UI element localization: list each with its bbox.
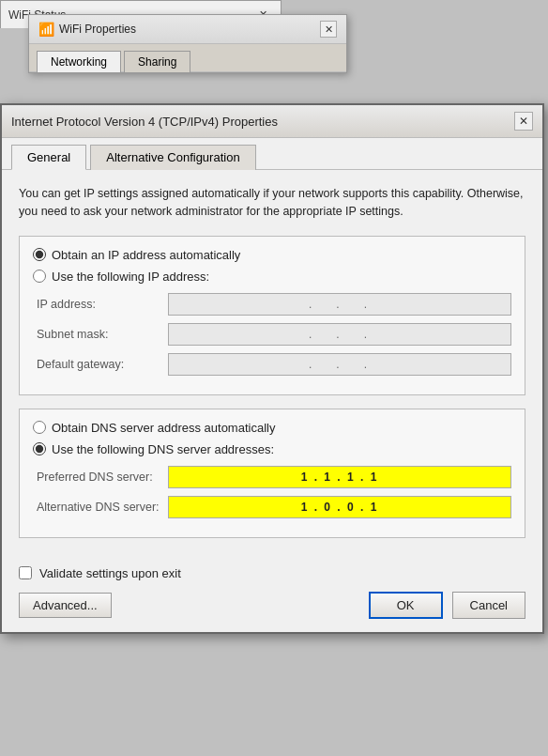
tcp-titlebar: Internet Protocol Version 4 (TCP/IPv4) P… bbox=[2, 105, 542, 138]
bottom-buttons: Advanced... OK Cancel bbox=[2, 584, 542, 632]
ok-cancel-group: OK Cancel bbox=[369, 592, 525, 619]
validate-row: Validate settings upon exit bbox=[2, 566, 542, 584]
wifi-tab-networking[interactable]: Networking bbox=[37, 51, 121, 72]
default-gateway-label: Default gateway: bbox=[37, 358, 168, 371]
validate-label: Validate settings upon exit bbox=[39, 566, 181, 580]
preferred-dns-label: Preferred DNS server: bbox=[37, 471, 168, 484]
wifi-props-tabs: Networking Sharing bbox=[29, 44, 346, 72]
ip-address-section: Obtain an IP address automatically Use t… bbox=[19, 236, 525, 395]
ok-button[interactable]: OK bbox=[369, 592, 443, 619]
cancel-button[interactable]: Cancel bbox=[452, 592, 525, 619]
tcp-title: Internet Protocol Version 4 (TCP/IPv4) P… bbox=[11, 115, 278, 129]
ip-address-input[interactable] bbox=[168, 293, 511, 316]
dns-fields: Preferred DNS server: Alternative DNS se… bbox=[33, 466, 511, 518]
preferred-dns-row: Preferred DNS server: bbox=[37, 466, 511, 488]
preferred-dns-input[interactable] bbox=[168, 466, 511, 488]
description-text: You can get IP settings assigned automat… bbox=[19, 185, 525, 221]
tab-alternative-configuration[interactable]: Alternative Configuration bbox=[90, 145, 255, 170]
ip-fields: IP address: Subnet mask: Default gateway… bbox=[33, 293, 511, 376]
auto-ip-radio-row[interactable]: Obtain an IP address automatically bbox=[33, 248, 511, 262]
alternative-dns-input[interactable] bbox=[168, 496, 511, 518]
wifi-tab-sharing[interactable]: Sharing bbox=[124, 51, 190, 72]
validate-checkbox[interactable] bbox=[19, 566, 32, 579]
alternative-dns-row: Alternative DNS server: bbox=[37, 496, 511, 518]
auto-dns-radio-row[interactable]: Obtain DNS server address automatically bbox=[33, 421, 511, 435]
manual-ip-radio-row[interactable]: Use the following IP address: bbox=[33, 270, 511, 284]
auto-dns-label: Obtain DNS server address automatically bbox=[52, 421, 275, 435]
default-gateway-input[interactable] bbox=[168, 353, 511, 376]
manual-ip-radio[interactable] bbox=[33, 270, 46, 283]
manual-dns-radio[interactable] bbox=[33, 442, 46, 455]
auto-ip-label: Obtain an IP address automatically bbox=[52, 248, 240, 262]
alternative-dns-label: Alternative DNS server: bbox=[37, 501, 168, 514]
tcp-content: You can get IP settings assigned automat… bbox=[2, 170, 542, 566]
tab-general[interactable]: General bbox=[11, 145, 86, 170]
dns-section: Obtain DNS server address automatically … bbox=[19, 409, 525, 538]
wifi-properties-window: 📶 WiFi Properties ✕ Networking Sharing bbox=[28, 14, 347, 73]
manual-ip-label: Use the following IP address: bbox=[52, 270, 209, 284]
tcp-close-button[interactable]: ✕ bbox=[514, 112, 533, 131]
wifi-props-close-button[interactable]: ✕ bbox=[320, 21, 337, 38]
manual-dns-radio-row[interactable]: Use the following DNS server addresses: bbox=[33, 442, 511, 456]
subnet-mask-label: Subnet mask: bbox=[37, 328, 168, 341]
ip-address-label: IP address: bbox=[37, 298, 168, 311]
wifi-props-titlebar: 📶 WiFi Properties ✕ bbox=[29, 15, 346, 44]
wifi-props-title-left: 📶 WiFi Properties bbox=[38, 22, 136, 37]
wifi-icon: 📶 bbox=[38, 22, 53, 37]
wifi-props-title: WiFi Properties bbox=[59, 23, 136, 36]
subnet-mask-input[interactable] bbox=[168, 323, 511, 346]
tcp-ipv4-dialog: Internet Protocol Version 4 (TCP/IPv4) P… bbox=[0, 103, 544, 634]
auto-dns-radio[interactable] bbox=[33, 421, 46, 434]
default-gateway-row: Default gateway: bbox=[37, 353, 511, 376]
tcp-tabs: General Alternative Configuration bbox=[2, 138, 542, 170]
subnet-mask-row: Subnet mask: bbox=[37, 323, 511, 346]
auto-ip-radio[interactable] bbox=[33, 248, 46, 261]
ip-address-row: IP address: bbox=[37, 293, 511, 316]
manual-dns-label: Use the following DNS server addresses: bbox=[52, 442, 274, 456]
advanced-button[interactable]: Advanced... bbox=[19, 593, 112, 618]
